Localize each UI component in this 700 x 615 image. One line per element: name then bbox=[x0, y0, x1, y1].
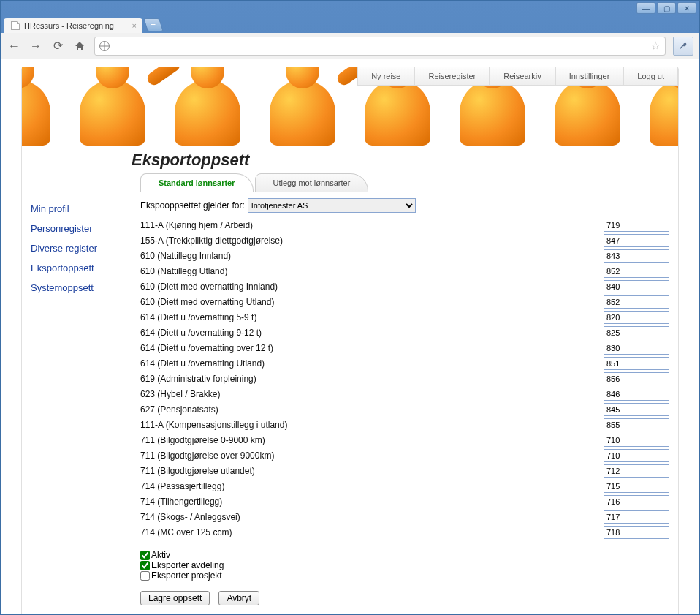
wage-type-row: 610 (Nattillegg Innland) bbox=[140, 248, 669, 263]
tab-standard-lonnsarter[interactable]: Standard lønnsarter bbox=[140, 173, 254, 192]
wage-type-row: 711 (Bilgodtgjørelse utlandet) bbox=[140, 463, 669, 478]
wage-type-input[interactable] bbox=[604, 449, 669, 462]
wage-type-input[interactable] bbox=[604, 464, 669, 478]
wage-type-label: 614 (Diett u /overnatting 9-12 t) bbox=[140, 328, 262, 338]
wage-type-label: 714 (Skogs- / Anleggsvei) bbox=[140, 512, 240, 522]
wage-type-row: 614 (Diett u /overnatting Utland) bbox=[140, 355, 669, 371]
wage-type-label: 714 (Tilhengertillegg) bbox=[140, 497, 222, 507]
tab-close-icon[interactable]: × bbox=[132, 21, 137, 30]
wage-type-input[interactable] bbox=[604, 280, 669, 293]
wage-type-label: 610 (Nattillegg Utland) bbox=[140, 266, 227, 276]
wage-type-input[interactable] bbox=[604, 326, 669, 339]
wage-type-row: 155-A (Trekkpliktig diettgodtgjørelse) bbox=[140, 233, 669, 248]
wage-type-input[interactable] bbox=[604, 234, 669, 247]
wage-type-input[interactable] bbox=[604, 403, 669, 416]
checkbox-eksporter-prosjekt[interactable] bbox=[140, 571, 150, 581]
new-tab-button[interactable]: + bbox=[143, 18, 164, 31]
checkbox-eksporter-prosjekt-text: Eksporter prosjekt bbox=[151, 570, 222, 581]
nav-logg-ut[interactable]: Logg ut bbox=[623, 67, 678, 86]
tab-utlegg-mot-lonnsarter[interactable]: Utlegg mot lønnsarter bbox=[255, 173, 369, 192]
window-close-button[interactable]: ✕ bbox=[677, 2, 696, 14]
document-icon bbox=[11, 21, 20, 30]
checkbox-eksporter-avdeling[interactable] bbox=[140, 561, 150, 570]
bookmark-star-icon[interactable]: ☆ bbox=[650, 39, 661, 53]
wage-type-input[interactable] bbox=[604, 219, 669, 232]
nav-ny-reise[interactable]: Ny reise bbox=[357, 67, 414, 86]
wage-type-label: 610 (Diett med overnatting Utland) bbox=[140, 297, 274, 307]
wage-type-label: 155-A (Trekkpliktig diettgodtgjørelse) bbox=[140, 235, 283, 246]
wage-type-row: 714 (Passasjertillegg) bbox=[140, 478, 669, 494]
wage-type-input[interactable] bbox=[604, 418, 669, 431]
home-button[interactable] bbox=[72, 39, 87, 53]
wage-type-row: 111-A (Kjøring hjem / Arbeid) bbox=[140, 217, 669, 233]
page-title: Eksportoppsett bbox=[22, 146, 678, 173]
top-nav: Ny reise Reiseregister Reisearkiv Innsti… bbox=[357, 67, 678, 86]
wage-type-label: 627 (Pensjonatsats) bbox=[140, 404, 218, 415]
wage-type-input[interactable] bbox=[604, 480, 669, 493]
forward-button[interactable]: → bbox=[28, 39, 43, 53]
wage-type-label: 610 (Diett med overnatting Innland) bbox=[140, 282, 278, 292]
window-maximize-button[interactable]: ▢ bbox=[657, 2, 676, 14]
checkbox-aktiv-label[interactable]: Aktiv bbox=[140, 550, 669, 560]
wage-type-input[interactable] bbox=[604, 265, 669, 278]
wage-type-row: 619 (Administrativ forpleining) bbox=[140, 371, 669, 386]
tabs: Standard lønnsarter Utlegg mot lønnsarte… bbox=[140, 173, 669, 192]
wage-type-input[interactable] bbox=[604, 372, 669, 385]
browser-tab[interactable]: HRessurs - Reiseregning × bbox=[4, 18, 142, 33]
wage-type-input[interactable] bbox=[604, 342, 669, 355]
wage-type-row: 711 (Bilgodtgjørelse 0-9000 km) bbox=[140, 432, 669, 448]
page-viewport: Ny reise Reiseregister Reisearkiv Innsti… bbox=[1, 59, 699, 614]
save-button[interactable]: Lagre oppsett bbox=[140, 591, 210, 605]
wage-type-list: 111-A (Kjøring hjem / Arbeid)155-A (Trek… bbox=[140, 217, 669, 540]
wage-type-input[interactable] bbox=[604, 357, 669, 370]
wage-type-row: 711 (Bilgodtgjørelse over 9000km) bbox=[140, 448, 669, 463]
wage-type-input[interactable] bbox=[604, 526, 669, 539]
wage-type-label: 619 (Administrativ forpleining) bbox=[140, 374, 256, 384]
sidebar-item-systemoppsett[interactable]: Systemoppsett bbox=[31, 278, 140, 298]
filter-select[interactable]: Infotjenester AS bbox=[248, 198, 416, 213]
checkbox-aktiv[interactable] bbox=[140, 551, 150, 560]
sidebar-item-eksportoppsett[interactable]: Eksportoppsett bbox=[31, 258, 140, 278]
wage-type-label: 714 (Passasjertillegg) bbox=[140, 481, 224, 491]
wage-type-label: 614 (Diett u /overnatting 5-9 t) bbox=[140, 312, 256, 322]
window-minimize-button[interactable]: — bbox=[636, 2, 655, 14]
checkbox-eksporter-avdeling-label[interactable]: Eksporter avdeling bbox=[140, 560, 669, 570]
browser-window: — ▢ ✕ HRessurs - Reiseregning × + ← → ⟳ … bbox=[0, 0, 700, 615]
wage-type-row: 614 (Diett u /overnatting 9-12 t) bbox=[140, 325, 669, 340]
nav-reiseregister[interactable]: Reiseregister bbox=[414, 67, 490, 86]
wage-type-row: 714 (Tilhengertillegg) bbox=[140, 494, 669, 509]
wage-type-input[interactable] bbox=[604, 295, 669, 309]
wage-type-label: 714 (MC over 125 ccm) bbox=[140, 527, 232, 537]
sidebar: Min profil Personregister Diverse regist… bbox=[31, 173, 140, 605]
checkbox-eksporter-prosjekt-label[interactable]: Eksporter prosjekt bbox=[140, 570, 669, 581]
wage-type-label: 614 (Diett u /overnatting Utland) bbox=[140, 358, 265, 369]
settings-wrench-button[interactable] bbox=[673, 37, 693, 56]
wage-type-row: 714 (Skogs- / Anleggsvei) bbox=[140, 509, 669, 524]
wage-type-input[interactable] bbox=[604, 388, 669, 401]
wage-type-label: 614 (Diett u /overnatting over 12 t) bbox=[140, 343, 273, 353]
wage-type-row: 111-A (Kompensasjonstillegg i utland) bbox=[140, 417, 669, 432]
filter-label: Ekspooppsettet gjelder for: bbox=[140, 200, 245, 211]
reload-button[interactable]: ⟳ bbox=[50, 39, 65, 53]
wage-type-label: 111-A (Kjøring hjem / Arbeid) bbox=[140, 220, 253, 230]
wage-type-row: 627 (Pensjonatsats) bbox=[140, 401, 669, 417]
options-checkboxes: Aktiv Eksporter avdeling Eksporter prosj… bbox=[140, 550, 669, 581]
back-button[interactable]: ← bbox=[7, 39, 21, 53]
address-bar[interactable]: ☆ bbox=[94, 37, 666, 56]
sidebar-item-personregister[interactable]: Personregister bbox=[31, 219, 140, 238]
sidebar-item-min-profil[interactable]: Min profil bbox=[31, 199, 140, 219]
app-header: Ny reise Reiseregister Reisearkiv Innsti… bbox=[22, 67, 678, 146]
wage-type-input[interactable] bbox=[604, 434, 669, 447]
filter-row: Ekspooppsettet gjelder for: Infotjeneste… bbox=[140, 198, 669, 213]
wage-type-row: 610 (Nattillegg Utland) bbox=[140, 263, 669, 279]
wage-type-input[interactable] bbox=[604, 249, 669, 263]
wage-type-input[interactable] bbox=[604, 495, 669, 508]
wage-type-input[interactable] bbox=[604, 510, 669, 524]
sidebar-item-diverse-register[interactable]: Diverse register bbox=[31, 238, 140, 258]
wage-type-label: 610 (Nattillegg Innland) bbox=[140, 251, 231, 261]
cancel-button[interactable]: Avbryt bbox=[218, 591, 259, 605]
wage-type-input[interactable] bbox=[604, 311, 669, 324]
nav-innstillinger[interactable]: Innstillinger bbox=[555, 67, 624, 86]
nav-reisearkiv[interactable]: Reisearkiv bbox=[490, 67, 555, 86]
wage-type-label: 111-A (Kompensasjonstillegg i utland) bbox=[140, 420, 287, 430]
